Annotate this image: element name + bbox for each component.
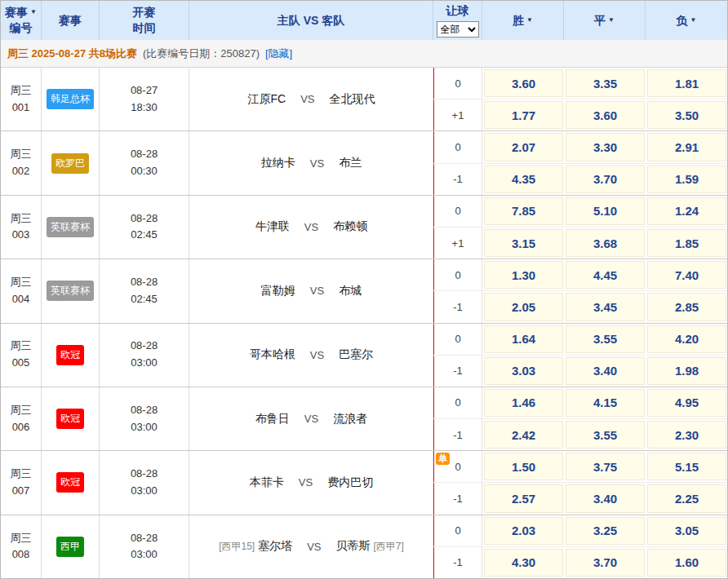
teams-cell[interactable]: 哥本哈根 VS 巴塞尔 (189, 324, 433, 387)
odds-sub-row: 0 3.60 3.35 1.81 (433, 68, 727, 99)
odds-draw-cell[interactable]: 4.45 (566, 261, 645, 289)
odds-draw-cell[interactable]: 3.40 (566, 484, 645, 512)
match-date: 08-28 (131, 210, 158, 228)
time-cell: 08-28 03:00 (100, 324, 189, 387)
league-cell: 英联赛杯 (42, 196, 100, 259)
home-team: 本菲卡 (250, 475, 284, 490)
handicap-value: -1 (453, 173, 463, 185)
handicap-value: 0 (455, 524, 460, 537)
odds-win-cell[interactable]: 4.35 (484, 166, 563, 193)
handicap-value: -1 (453, 493, 463, 505)
league-badge[interactable]: 欧罗巴 (51, 153, 89, 174)
odds-lose-cell[interactable]: 1.85 (647, 229, 726, 257)
league-badge[interactable]: 欧冠 (56, 345, 84, 365)
teams-cell[interactable]: 江原FC VS 全北现代 (189, 68, 433, 130)
handicap-value: +1 (452, 237, 464, 250)
odds-win-cell[interactable]: 2.57 (484, 484, 563, 512)
league-badge[interactable]: 欧冠 (56, 472, 84, 493)
odds-draw-cell[interactable]: 3.40 (566, 357, 645, 385)
odds-win-cell[interactable]: 1.77 (484, 101, 563, 129)
teams-cell[interactable]: [西甲15] 塞尔塔 VS 贝蒂斯 [西甲7] (189, 515, 433, 578)
odds-win-cell[interactable]: 3.60 (484, 69, 563, 97)
handicap-value: 0 (455, 141, 460, 153)
odds-lose-cell[interactable]: 1.59 (647, 166, 726, 193)
odds-lose-cell[interactable]: 5.15 (647, 453, 726, 480)
odds-win-cell[interactable]: 3.15 (484, 229, 563, 257)
league-badge[interactable]: 英联赛杯 (47, 217, 94, 237)
match-number: 004 (12, 291, 30, 308)
odds-draw-cell[interactable]: 3.68 (566, 229, 645, 257)
odds-draw-cell[interactable]: 3.45 (566, 293, 645, 320)
handicap-cell: 0 (433, 68, 482, 99)
odds-lose-cell[interactable]: 2.85 (647, 293, 726, 320)
draw-dropdown-icon[interactable]: ▼ (608, 16, 615, 25)
handicap-filter-select[interactable]: 全部 (437, 21, 479, 38)
odds-lose-cell[interactable]: 4.20 (647, 325, 726, 353)
odds-lose-cell[interactable]: 2.25 (647, 484, 726, 512)
odds-win-cell[interactable]: 1.30 (484, 261, 563, 289)
time-cell: 08-28 02:45 (100, 196, 189, 259)
odds-draw-cell[interactable]: 3.60 (566, 101, 645, 129)
league-badge[interactable]: 欧冠 (56, 409, 84, 429)
match-id-cell: 周三 007 (1, 451, 42, 514)
odds-sub-row: 单 0 1.50 3.75 5.15 (433, 451, 727, 482)
odds-lose-cell[interactable]: 2.91 (647, 133, 726, 161)
sort-dropdown-icon[interactable]: ▼ (30, 8, 37, 17)
odds-win-cell[interactable]: 3.03 (484, 357, 563, 385)
match-id-cell: 周三 002 (1, 131, 42, 194)
odds-draw-cell[interactable]: 3.70 (566, 166, 645, 193)
odds-lose-cell[interactable]: 1.81 (647, 69, 726, 97)
handicap-cell: 0 (433, 131, 482, 162)
lose-dropdown-icon[interactable]: ▼ (690, 16, 697, 25)
league-badge[interactable]: 英联赛杯 (47, 281, 94, 301)
odds-win-cell[interactable]: 2.07 (484, 133, 563, 161)
odds-lose-cell[interactable]: 4.95 (647, 389, 726, 417)
teams-cell[interactable]: 拉纳卡 VS 布兰 (189, 131, 433, 194)
odds-draw-cell[interactable]: 3.55 (566, 325, 645, 353)
away-rank: [西甲7] (374, 540, 404, 554)
odds-draw-cell[interactable]: 3.35 (566, 69, 645, 97)
odds-draw-cell[interactable]: 3.70 (566, 549, 645, 577)
handicap-value: +1 (452, 109, 464, 122)
match-number: 003 (12, 227, 30, 244)
odds-lose-cell[interactable]: 3.50 (647, 101, 726, 129)
odds-win-cell[interactable]: 2.05 (484, 293, 563, 320)
odds-block: 0 2.03 3.25 3.05 -1 4.30 3.70 1.60 (433, 515, 727, 578)
odds-win-cell[interactable]: 7.85 (484, 197, 563, 225)
time-cell: 08-28 03:00 (100, 515, 189, 578)
odds-draw-cell[interactable]: 5.10 (566, 197, 645, 225)
handicap-cell: +1 (433, 99, 482, 130)
odds-draw-cell[interactable]: 3.75 (566, 453, 645, 480)
teams-cell[interactable]: 本菲卡 VS 费内巴切 (189, 451, 433, 514)
odds-win-cell[interactable]: 1.46 (484, 389, 563, 417)
teams-cell[interactable]: 富勒姆 VS 布城 (189, 259, 433, 322)
odds-win-cell[interactable]: 1.64 (484, 325, 563, 353)
league-cell: 欧罗巴 (42, 131, 100, 194)
odds-win-cell[interactable]: 2.42 (484, 421, 563, 449)
odds-win-cell[interactable]: 1.50 (484, 453, 563, 480)
odds-lose-cell[interactable]: 1.60 (647, 549, 726, 577)
vs-label: VS (300, 93, 314, 105)
odds-win-cell[interactable]: 4.30 (484, 549, 563, 577)
odds-draw-cell[interactable]: 3.25 (566, 517, 645, 545)
odds-lose-cell[interactable]: 1.98 (647, 357, 726, 385)
teams-cell[interactable]: 牛津联 VS 布赖顿 (189, 196, 433, 259)
odds-lose-cell[interactable]: 3.05 (647, 517, 726, 545)
handicap-cell: 单 0 (433, 451, 482, 482)
odds-lose-cell[interactable]: 7.40 (647, 261, 726, 289)
odds-lose-cell[interactable]: 2.30 (647, 421, 726, 449)
odds-draw-cell[interactable]: 4.15 (566, 389, 645, 417)
league-cell: 欧冠 (42, 451, 100, 514)
header-win: 胜 ▼ (482, 1, 564, 40)
hide-link[interactable]: [隐藏] (265, 46, 292, 61)
odds-win-cell[interactable]: 2.03 (484, 517, 563, 545)
match-id-cell: 周三 004 (1, 259, 42, 322)
home-team: 富勒姆 (261, 284, 295, 298)
league-badge[interactable]: 韩足总杯 (47, 89, 94, 109)
league-badge[interactable]: 西甲 (56, 537, 84, 557)
win-dropdown-icon[interactable]: ▼ (526, 16, 533, 25)
odds-draw-cell[interactable]: 3.30 (566, 133, 645, 161)
teams-cell[interactable]: 布鲁日 VS 流浪者 (189, 387, 433, 450)
odds-lose-cell[interactable]: 1.24 (647, 197, 726, 225)
odds-draw-cell[interactable]: 3.55 (566, 421, 645, 449)
